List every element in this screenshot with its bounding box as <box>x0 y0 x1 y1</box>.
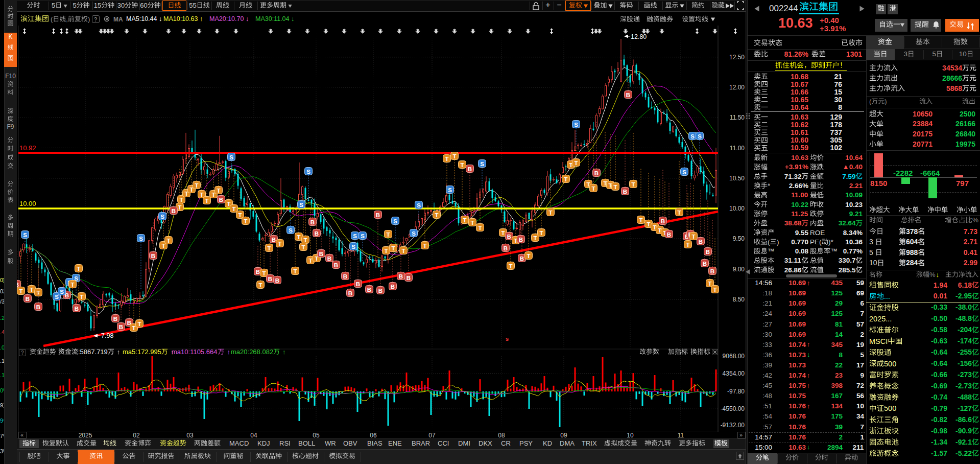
svg-text:10.74: 10.74 <box>788 372 806 379</box>
svg-text:0.08: 0.08 <box>795 247 809 255</box>
svg-text:9.55: 9.55 <box>795 229 809 237</box>
svg-text:10.69: 10.69 <box>788 279 806 287</box>
svg-text:21: 21 <box>834 73 842 81</box>
svg-text:T: T <box>470 220 474 226</box>
svg-text:T: T <box>452 153 456 159</box>
svg-text:04: 04 <box>250 432 257 439</box>
svg-text:175: 175 <box>831 412 843 420</box>
svg-text:17: 17 <box>856 361 864 369</box>
svg-text:9.21: 9.21 <box>849 210 863 218</box>
svg-text:7.59: 7.59 <box>842 173 855 180</box>
svg-text:8150: 8150 <box>870 179 887 188</box>
svg-text:T: T <box>278 241 281 247</box>
svg-text:988: 988 <box>906 248 918 257</box>
svg-text:T: T <box>70 282 74 288</box>
svg-text:797: 797 <box>956 179 969 188</box>
svg-text:-0.64: -0.64 <box>931 348 947 356</box>
svg-text:B: B <box>626 92 630 98</box>
svg-text:MA30:11.04 ↓: MA30:11.04 ↓ <box>255 15 294 22</box>
svg-text:2500: 2500 <box>960 110 975 118</box>
svg-text:11.50: 11.50 <box>730 114 745 121</box>
svg-text:-0.82: -0.82 <box>931 415 947 424</box>
svg-text::33: :33 <box>762 341 772 349</box>
svg-text:B: B <box>594 170 599 176</box>
svg-text:↓: ↓ <box>807 443 810 451</box>
svg-text:-9132.00: -9132.00 <box>721 422 745 429</box>
svg-text:-0.69: -0.69 <box>931 382 947 390</box>
svg-text:B: B <box>172 208 176 214</box>
svg-text::24: :24 <box>762 310 772 317</box>
svg-text:10.00: 10.00 <box>19 200 36 207</box>
svg-text:-6664: -6664 <box>920 169 940 177</box>
svg-text:↑: ↑ <box>807 340 810 348</box>
svg-text:26166: 26166 <box>955 120 975 128</box>
svg-text:2025...: 2025... <box>869 315 892 323</box>
svg-text:T: T <box>713 287 716 293</box>
svg-text:S: S <box>574 122 578 128</box>
svg-text:T: T <box>435 212 438 218</box>
svg-text:9068.00: 9068.00 <box>723 353 745 360</box>
svg-text::42: :42 <box>762 372 772 379</box>
svg-text:14:56: 14:56 <box>755 279 772 287</box>
svg-text:-1.34: -1.34 <box>931 438 947 446</box>
svg-text:10.61: 10.61 <box>791 128 808 136</box>
svg-text:398: 398 <box>831 382 843 389</box>
svg-text:↑: ↑ <box>807 279 810 287</box>
svg-text:10.63: 10.63 <box>791 154 808 161</box>
svg-text:8.34%: 8.34% <box>843 229 863 237</box>
svg-text::57: :57 <box>762 423 772 431</box>
svg-text:10.76: 10.76 <box>788 423 806 431</box>
svg-text:T: T <box>262 270 266 276</box>
svg-text:57: 57 <box>856 320 864 328</box>
svg-text:-488: -488 <box>958 393 972 401</box>
svg-text:11: 11 <box>678 432 684 439</box>
svg-text:81: 81 <box>835 320 843 328</box>
svg-text:5: 5 <box>869 248 873 257</box>
svg-text:1: 1 <box>861 433 865 441</box>
svg-text:10.73: 10.73 <box>788 361 806 369</box>
svg-text:▲0.40: ▲0.40 <box>842 163 863 171</box>
svg-text:B: B <box>151 253 155 259</box>
svg-text:15: 15 <box>834 88 842 96</box>
svg-text::21: :21 <box>762 299 772 307</box>
svg-text:-97.80: -97.80 <box>727 388 745 395</box>
svg-text:B: B <box>343 273 347 280</box>
svg-text:T: T <box>179 197 183 203</box>
svg-text:10.68: 10.68 <box>791 73 808 81</box>
svg-text:2894: 2894 <box>827 444 843 451</box>
svg-text:T: T <box>293 268 297 274</box>
svg-text:B: B <box>256 269 260 275</box>
svg-text:10.65: 10.65 <box>791 96 808 104</box>
svg-text:2: 2 <box>861 331 865 338</box>
svg-text:10.59: 10.59 <box>791 144 808 152</box>
svg-text:B: B <box>391 284 395 290</box>
svg-text:0.41: 0.41 <box>964 248 977 257</box>
svg-text:T: T <box>80 294 83 300</box>
svg-text:B: B <box>319 251 323 257</box>
svg-text:↑: ↑ <box>807 372 810 379</box>
svg-text:S: S <box>353 233 357 239</box>
svg-text:-0.33: -0.33 <box>931 303 947 311</box>
svg-text:-5.22: -5.22 <box>955 449 972 457</box>
svg-text:5868: 5868 <box>946 84 962 92</box>
svg-text:T: T <box>161 243 165 249</box>
svg-text:S: S <box>480 161 484 167</box>
svg-text:28666: 28666 <box>942 74 962 82</box>
svg-text:B: B <box>703 261 707 267</box>
svg-text:15:00: 15:00 <box>755 444 772 451</box>
svg-text:S: S <box>289 227 293 234</box>
svg-text:T: T <box>501 230 505 236</box>
svg-text:T: T <box>686 242 689 248</box>
svg-text:B: B <box>376 212 380 218</box>
svg-text:19: 19 <box>856 341 864 349</box>
svg-text:T: T <box>244 218 247 224</box>
svg-text:T: T <box>137 321 141 327</box>
svg-text:26840: 26840 <box>955 130 975 138</box>
svg-text:10.92: 10.92 <box>19 144 36 152</box>
svg-text:-1.57: -1.57 <box>931 449 947 457</box>
svg-text:T: T <box>564 176 567 182</box>
svg-text:B: B <box>327 256 331 262</box>
svg-text:S: S <box>361 233 365 239</box>
svg-text:30: 30 <box>834 96 842 104</box>
svg-text:2.21: 2.21 <box>849 182 863 190</box>
